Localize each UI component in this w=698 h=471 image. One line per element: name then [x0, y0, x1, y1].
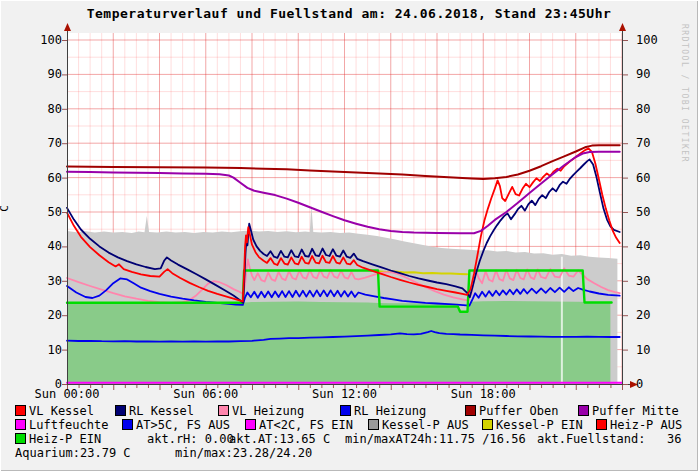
legend-item-label: Heiz-P AUS — [610, 419, 682, 431]
y-tick-label-right: 100 — [636, 34, 670, 47]
y-tick-label-right: 0 — [636, 378, 670, 391]
legend-item-label: Heiz-P EIN — [29, 433, 101, 445]
y-tick-label-left: 20 — [28, 309, 62, 322]
y-tick-label-right: 10 — [636, 344, 670, 357]
y-tick-label-left: 10 — [28, 344, 62, 357]
y-tick-label-right: 60 — [636, 172, 670, 185]
legend-color-swatch — [465, 405, 476, 416]
y-tick-label-right: 80 — [636, 103, 670, 116]
y-tick-label-right: 50 — [636, 206, 670, 219]
legend-item-label: RL Kessel — [129, 405, 194, 417]
y-tick-label-right: 90 — [636, 68, 670, 81]
legend-item-label: VL Heizung — [232, 405, 304, 417]
legend-item-label: VL Kessel — [29, 405, 94, 417]
y-tick-label-right: 40 — [636, 240, 670, 253]
y-tick-label-right: 20 — [636, 309, 670, 322]
y-tick-label-left: 30 — [28, 275, 62, 288]
x-tick-label: Sun 12:00 — [300, 388, 390, 401]
y-tick-label-left: 50 — [28, 206, 62, 219]
x-tick-label: Sun 06:00 — [161, 388, 251, 401]
legend-item-label: AT>5C, FS AUS — [136, 419, 230, 431]
y-tick-label-left: 100 — [28, 34, 62, 47]
legend-item-label: Luftfeuchte — [29, 419, 108, 431]
legend-stat-text: akt.AT:13.65 C — [229, 433, 330, 445]
legend-color-swatch — [368, 419, 379, 430]
legend-item-label: RL Heizung — [354, 405, 426, 417]
legend-item-label: Puffer Mitte — [592, 405, 679, 417]
legend-item-label: Kessel-P AUS — [382, 419, 469, 431]
legend-color-swatch — [482, 419, 493, 430]
rrdtool-temperature-graph: Temperaturverlauf und Fuellstand am: 24.… — [0, 0, 698, 471]
y-tick-label-left: 60 — [28, 172, 62, 185]
legend-color-swatch — [122, 419, 133, 430]
legend-color-swatch — [596, 419, 607, 430]
legend-stat-text: min/maxAT24h:11.75 /16.56 — [345, 433, 526, 445]
y-tick-label-right: 30 — [636, 275, 670, 288]
legend-color-swatch — [340, 405, 351, 416]
legend-item-label: Puffer Oben — [479, 405, 558, 417]
y-tick-label-left: 70 — [28, 137, 62, 150]
y-tick-label-left: 80 — [28, 103, 62, 116]
x-tick-label: Sun 18:00 — [438, 388, 528, 401]
legend-color-swatch — [578, 405, 589, 416]
rrdtool-watermark: RRDTOOL / TOBI OETIKER — [680, 24, 689, 163]
legend-color-swatch — [15, 405, 26, 416]
y-tick-label-right: 70 — [636, 137, 670, 150]
x-tick-label: Sun 00:00 — [22, 388, 112, 401]
legend-stat-text: min/max:23.28/24.20 — [175, 447, 312, 459]
legend-color-swatch — [15, 433, 26, 444]
legend-color-swatch — [15, 419, 26, 430]
legend-color-swatch — [115, 405, 126, 416]
legend-item-label: AT<2C, FS EIN — [259, 419, 353, 431]
legend-stat-text: akt.rH: 0.00 — [147, 433, 234, 445]
y-tick-label-left: 40 — [28, 240, 62, 253]
legend-color-swatch — [245, 419, 256, 430]
legend-color-swatch — [218, 405, 229, 416]
legend-item-label: Kessel-P EIN — [496, 419, 583, 431]
y-tick-label-left: 90 — [28, 68, 62, 81]
legend-stat-text: Aquarium:23.79 C — [15, 447, 131, 459]
legend-stat-text: akt.Fuellstand: 36 — [537, 433, 682, 445]
